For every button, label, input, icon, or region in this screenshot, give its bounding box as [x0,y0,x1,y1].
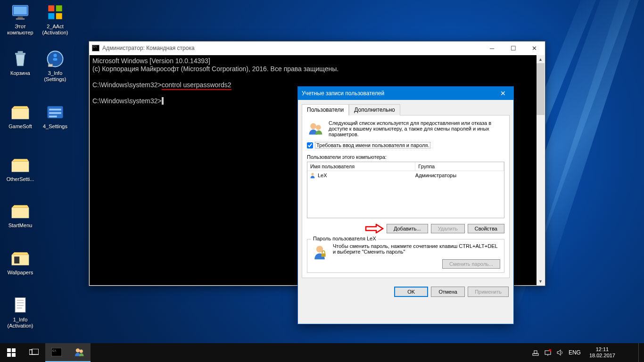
scroll-thumb[interactable] [537,63,545,115]
desktop-icon-this-pc[interactable]: Этот компьютер [3,3,38,36]
require-password-checkbox[interactable] [307,142,313,148]
svg-rect-2 [18,16,23,18]
svg-rect-19 [15,298,25,313]
desktop-icon-label: 3_Info (Settings) [38,70,73,82]
maximize-button[interactable]: ☐ [503,41,524,55]
svg-rect-13 [48,64,52,67]
tab-users[interactable]: Пользователи [302,104,349,115]
desktop-icon-info-settings[interactable]: 3_Info (Settings) [38,49,73,82]
svg-rect-6 [48,13,54,19]
svg-rect-16 [49,112,61,114]
svg-rect-7 [56,13,62,19]
svg-point-37 [76,348,80,352]
action-center-button[interactable] [624,343,634,362]
minimize-button[interactable]: ─ [481,41,503,55]
password-fieldset: Пароль пользователя LeX Чтобы сменить па… [307,239,504,273]
desktop-icon-label: GameSoft [3,123,38,130]
dialog-close-button[interactable]: ✕ [492,87,513,100]
start-button[interactable] [0,343,23,362]
dialog-footer: OK Отмена Применить [298,282,513,302]
user-row-icon [309,172,316,179]
desktop-icon-label: 2_AAct (Activation) [38,24,73,36]
desktop-icon-label: 4_Settings [38,123,73,130]
taskbar-user-accounts[interactable] [68,343,91,362]
desktop-icon-wallpapers[interactable]: Wallpapers [3,249,38,276]
tray-usb-icon[interactable] [532,349,539,356]
show-desktop-button[interactable] [638,343,641,362]
users-intro-icon [307,120,324,137]
svg-rect-15 [49,109,61,111]
column-header-group[interactable]: Группа [415,162,504,171]
task-view-button[interactable] [23,343,45,362]
svg-rect-9 [18,51,23,53]
svg-point-26 [311,173,314,175]
desktop-icon-label: Wallpapers [3,270,38,276]
svg-point-11 [53,54,57,57]
ok-button[interactable]: OK [394,287,428,297]
tray-language[interactable]: ENG [569,349,581,356]
svg-rect-30 [12,348,16,352]
svg-point-25 [316,125,321,130]
red-arrow-annotation [365,224,384,233]
desktop-icon-label: StartMenu [3,222,38,229]
desktop-icon-startmenu[interactable]: StartMenu [3,202,38,229]
cmd-scrollbar[interactable]: ▲ ▼ [537,55,545,285]
add-user-button[interactable]: Добавить... [387,224,428,233]
svg-rect-40 [534,351,537,354]
taskbar[interactable]: C:\ ENG 12:11 18.02.2017 [0,343,644,362]
svg-rect-17 [49,115,57,117]
svg-rect-39 [533,354,538,355]
desktop-icon-gamesoft[interactable]: GameSoft [3,103,38,130]
column-header-user[interactable]: Имя пользователя [307,162,415,171]
close-button[interactable]: ✕ [524,41,545,55]
dialog-tabs: Пользователи Дополнительно [302,104,510,115]
remove-user-button[interactable]: Удалить [431,224,465,233]
password-fieldset-legend: Пароль пользователя LeX [311,236,378,241]
desktop-icon-aact[interactable]: 2_AAct (Activation) [38,3,73,36]
desktop-icon-label: OtherSetti... [3,176,38,182]
cmd-title-text: Администратор: Командная строка [102,45,195,51]
desktop-icon-othersettings[interactable]: OtherSetti... [3,156,38,182]
tray-network-icon[interactable] [544,349,552,356]
svg-point-38 [80,350,83,353]
cmd-icon [92,45,99,51]
svg-rect-34 [32,349,39,354]
user-properties-button[interactable]: Свойства [468,224,504,233]
user-accounts-dialog[interactable]: Учетные записи пользователей ✕ Пользоват… [297,86,514,324]
desktop-icon-label: Этот компьютер [3,24,38,36]
tray-clock[interactable]: 12:11 18.02.2017 [586,346,619,359]
cancel-button[interactable]: Отмена [431,287,465,297]
cmd-output-line: (c) Корпорация Майкрософт (Microsoft Cor… [92,65,542,73]
svg-text:C:\: C:\ [52,349,56,352]
svg-rect-8 [15,53,25,55]
password-icon [311,243,328,260]
cmd-output-line: Microsoft Windows [Version 10.0.14393] [92,57,542,65]
change-password-button[interactable]: Сменить пароль... [442,259,500,269]
dialog-titlebar[interactable]: Учетные записи пользователей ✕ [298,87,513,100]
cmd-titlebar[interactable]: Администратор: Командная строка ─ ☐ ✕ [89,41,545,55]
scroll-down-button[interactable]: ▼ [537,277,545,285]
desktop-icon-recycle-bin[interactable]: Корзина [3,49,38,76]
desktop-icon-1info[interactable]: 1_Info (Activation) [3,296,38,329]
dialog-title-text: Учетные записи пользователей [302,90,384,97]
svg-rect-29 [7,348,11,352]
svg-rect-3 [16,18,25,20]
user-list-row[interactable]: LeX Администраторы [307,171,504,180]
user-name-cell: LeX [318,173,327,178]
tray-time: 12:11 [589,346,615,353]
scroll-up-button[interactable]: ▲ [537,55,545,63]
users-list[interactable]: Имя пользователя Группа LeX Администрато… [307,162,504,218]
desktop-icon-label: 1_Info (Activation) [3,317,38,329]
system-tray: ENG 12:11 18.02.2017 [532,343,644,362]
svg-rect-5 [56,5,62,11]
require-password-label[interactable]: Требовать ввод имени пользователя и паро… [315,142,430,148]
apply-button[interactable]: Применить [468,287,509,297]
desktop-icon-label: Корзина [3,70,38,76]
taskbar-cmd[interactable]: C:\ [45,343,68,362]
intro-text: Следующий список используется для предос… [329,120,504,137]
desktop-icon-4settings[interactable]: 4_Settings [38,103,73,130]
tab-advanced[interactable]: Дополнительно [349,104,400,115]
user-group-cell: Администраторы [415,173,456,178]
tray-volume-icon[interactable] [556,349,564,356]
tray-date: 18.02.2017 [589,353,615,359]
